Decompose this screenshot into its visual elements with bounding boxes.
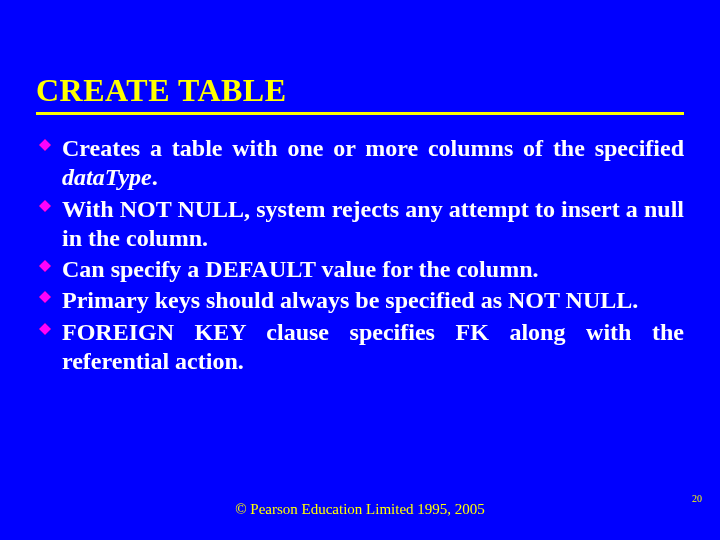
page-number: 20 [692, 493, 702, 504]
svg-marker-0 [39, 139, 51, 151]
slide-body: Creates a table with one or more columns… [38, 134, 684, 378]
bullet-item: With NOT NULL, system rejects any attemp… [38, 195, 684, 254]
bullet-item: Creates a table with one or more columns… [38, 134, 684, 193]
bullet-text: Primary keys should always be specified … [62, 286, 684, 315]
diamond-bullet-icon [38, 286, 62, 304]
svg-marker-3 [39, 291, 51, 303]
diamond-bullet-icon [38, 255, 62, 273]
svg-marker-4 [39, 323, 51, 335]
title-underline [36, 112, 684, 115]
slide-title: CREATE TABLE [36, 72, 684, 109]
bullet-text: Can specify a DEFAULT value for the colu… [62, 255, 684, 284]
svg-marker-1 [39, 200, 51, 212]
copyright-footer: © Pearson Education Limited 1995, 2005 [0, 501, 720, 518]
bullet-text: With NOT NULL, system rejects any attemp… [62, 195, 684, 254]
bullet-item: FOREIGN KEY clause specifies FK along wi… [38, 318, 684, 377]
diamond-bullet-icon [38, 318, 62, 336]
slide: CREATE TABLE Creates a table with one or… [0, 0, 720, 540]
bullet-item: Primary keys should always be specified … [38, 286, 684, 315]
diamond-bullet-icon [38, 134, 62, 152]
bullet-text: FOREIGN KEY clause specifies FK along wi… [62, 318, 684, 377]
bullet-text: Creates a table with one or more columns… [62, 134, 684, 193]
diamond-bullet-icon [38, 195, 62, 213]
svg-marker-2 [39, 260, 51, 272]
bullet-item: Can specify a DEFAULT value for the colu… [38, 255, 684, 284]
